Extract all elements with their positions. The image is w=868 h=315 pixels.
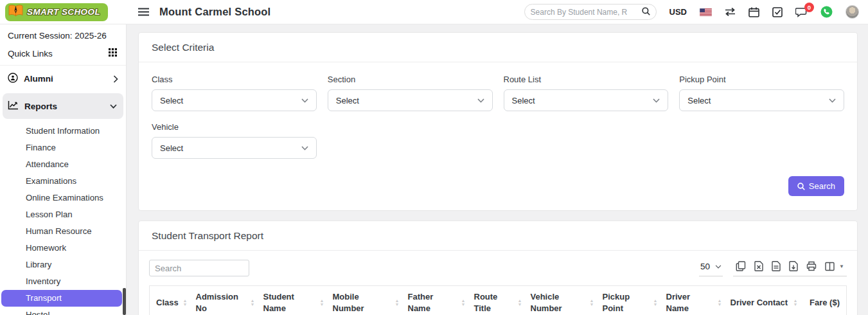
sort-icon[interactable]: ▲▼ — [590, 299, 594, 307]
transport-report-title: Student Transport Report — [139, 221, 857, 251]
field-vehicle: Vehicle Select — [152, 122, 317, 159]
sidebar-item-lesson-plan[interactable]: Lesson Plan — [0, 206, 123, 223]
sort-icon[interactable]: ▲▼ — [793, 299, 798, 307]
logo-book-icon — [8, 4, 24, 20]
col-driver-name[interactable]: Driver Name▲▼ — [660, 286, 724, 315]
page-size-select[interactable]: 50 — [699, 260, 723, 276]
reports-chart-icon — [8, 100, 19, 112]
chevron-down-icon — [301, 146, 308, 150]
quick-links[interactable]: Quick Links — [0, 42, 126, 66]
col-vehicle-number[interactable]: Vehicle Number▲▼ — [524, 286, 596, 315]
sidebar-item-transport[interactable]: Transport — [1, 290, 122, 307]
sort-icon[interactable]: ▲▼ — [461, 299, 466, 307]
col-class[interactable]: Class▲▼ — [150, 286, 190, 315]
excel-export-icon[interactable] — [754, 261, 763, 271]
sidebar-item-reports[interactable]: Reports — [3, 93, 123, 119]
search-icon[interactable] — [642, 7, 650, 17]
chevron-down-icon — [715, 265, 722, 269]
sort-icon[interactable]: ▲▼ — [320, 299, 324, 307]
col-admission-no[interactable]: Admission No▲▼ — [190, 286, 257, 315]
section-select[interactable]: Select — [328, 89, 493, 111]
user-avatar[interactable] — [846, 5, 859, 19]
currency-selector[interactable]: USD — [669, 7, 687, 17]
sidebar: Current Session: 2025-26 Quick Links Alu… — [0, 24, 127, 315]
chat-icon[interactable]: 0 — [795, 7, 808, 17]
hamburger-menu-icon[interactable] — [138, 8, 149, 16]
print-icon[interactable] — [806, 261, 817, 271]
sidebar-item-library[interactable]: Library — [0, 256, 123, 273]
header-search[interactable] — [524, 4, 657, 20]
sidebar-item-examinations[interactable]: Examinations — [0, 173, 123, 190]
transport-report-card: Student Transport Report 50 — [138, 221, 858, 315]
main-content: Select Criteria Class Select Section Sel… — [127, 24, 868, 315]
pickup-point-select[interactable]: Select — [679, 89, 844, 111]
sort-icon[interactable]: ▲▼ — [251, 299, 255, 307]
search-button-label: Search — [809, 181, 835, 191]
sidebar-item-attendance[interactable]: Attendance — [0, 156, 123, 173]
route-list-select[interactable]: Select — [504, 89, 669, 111]
header-search-input[interactable] — [531, 8, 642, 17]
pickup-point-select-value: Select — [687, 96, 711, 105]
session-switch-icon[interactable] — [725, 8, 736, 16]
chevron-down-icon — [653, 98, 660, 103]
sidebar-item-label: Reports — [24, 102, 57, 111]
sidebar-item-human-resource[interactable]: Human Resource — [0, 223, 123, 240]
sidebar-item-student-information[interactable]: Student Information — [0, 123, 123, 140]
col-student-name[interactable]: Student Name▲▼ — [257, 286, 326, 315]
route-list-select-value: Select — [512, 96, 535, 105]
class-select-value: Select — [160, 96, 183, 105]
sidebar-item-finance[interactable]: Finance — [0, 140, 123, 156]
sort-icon[interactable]: ▲▼ — [183, 299, 188, 307]
class-label: Class — [152, 75, 317, 84]
sidebar-item-online-examinations[interactable]: Online Examinations — [0, 190, 123, 206]
logo-text: SMART SCHOOL — [27, 7, 100, 17]
col-mobile-number[interactable]: Mobile Number▲▼ — [326, 286, 402, 315]
chevron-down-icon — [477, 98, 484, 103]
field-route-list: Route List Select — [504, 75, 669, 111]
search-button[interactable]: Search — [788, 176, 844, 196]
page-title: Mount Carmel School — [159, 6, 270, 18]
select-criteria-title: Select Criteria — [139, 33, 857, 62]
chevron-down-icon — [829, 98, 836, 103]
grid-icon[interactable] — [109, 48, 117, 59]
quick-links-label: Quick Links — [8, 49, 53, 59]
field-class: Class Select — [152, 75, 317, 111]
sidebar-item-homework[interactable]: Homework — [0, 240, 123, 256]
column-visibility-icon[interactable] — [825, 262, 835, 271]
language-flag-icon[interactable] — [700, 8, 712, 16]
vehicle-select[interactable]: Select — [152, 137, 317, 159]
calendar-icon[interactable] — [748, 7, 759, 17]
alumni-icon — [8, 73, 18, 85]
whatsapp-icon[interactable] — [820, 6, 833, 18]
col-father-name[interactable]: Father Name▲▼ — [402, 286, 468, 315]
sidebar-item-hostel[interactable]: Hostel — [0, 307, 123, 315]
tasks-icon[interactable] — [772, 7, 783, 17]
sidebar-item-inventory[interactable]: Inventory — [0, 273, 123, 290]
sort-icon[interactable]: ▲▼ — [653, 299, 658, 307]
vehicle-select-value: Select — [160, 143, 183, 153]
table-search-input[interactable] — [149, 260, 249, 276]
col-route-title[interactable]: Route Title▲▼ — [468, 286, 524, 315]
col-fare[interactable]: Fare ($) — [800, 286, 847, 315]
section-select-value: Select — [336, 96, 359, 105]
class-select[interactable]: Select — [152, 89, 317, 111]
sort-icon[interactable]: ▲▼ — [395, 299, 400, 307]
col-driver-contact[interactable]: Driver Contact▲▼ — [724, 286, 800, 315]
field-pickup-point: Pickup Point Select — [679, 75, 844, 111]
reports-submenu: Student Information Finance Attendance E… — [0, 120, 126, 315]
pdf-export-icon[interactable] — [789, 261, 798, 271]
col-pickup-point[interactable]: Pickup Point▲▼ — [596, 286, 660, 315]
logo[interactable]: SMART SCHOOL — [0, 3, 127, 21]
sidebar-item-alumni[interactable]: Alumni — [0, 66, 126, 92]
sort-icon[interactable]: ▲▼ — [718, 299, 722, 307]
csv-export-icon[interactable] — [772, 261, 781, 271]
top-header: SMART SCHOOL Mount Carmel School USD — [0, 0, 868, 24]
sidebar-scrollbar[interactable] — [123, 288, 126, 315]
section-label: Section — [328, 75, 493, 84]
table-header-row: Class▲▼ Admission No▲▼ Student Name▲▼ Mo… — [150, 286, 847, 315]
sort-icon[interactable]: ▲▼ — [518, 299, 522, 307]
caret-down-icon[interactable]: ▼ — [839, 264, 844, 269]
chat-badge: 0 — [804, 3, 814, 12]
copy-icon[interactable] — [736, 261, 746, 271]
page-size-value: 50 — [700, 262, 710, 271]
